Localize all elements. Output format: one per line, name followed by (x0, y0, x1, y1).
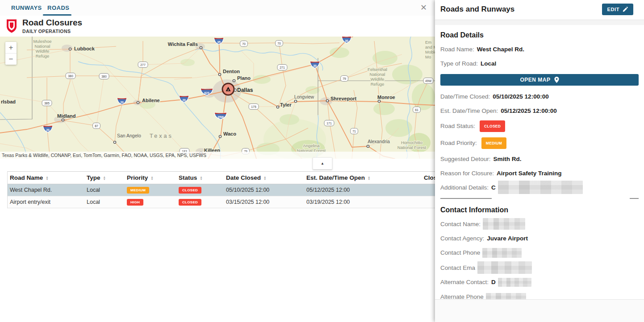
map-city-dot (378, 100, 380, 102)
field-value: West Chapel Rd. (477, 46, 524, 53)
sort-icon[interactable]: ▲▼ (103, 176, 106, 180)
map-area-label: National Forest (397, 145, 427, 150)
us-route-shield: 385 (42, 100, 52, 106)
field-label: Contact Name: (440, 221, 481, 227)
map-area-label: National (370, 72, 385, 77)
sort-icon[interactable]: ▲▼ (200, 176, 202, 180)
table-cell: West Chapel Rd. (8, 184, 84, 196)
table-cell: Local (84, 196, 125, 208)
map-city-dot (62, 119, 64, 121)
map-area-label: and M (425, 45, 435, 50)
field-label: Suggested Detour: (440, 156, 491, 162)
collapse-panel-button[interactable]: ▲ (313, 157, 332, 169)
column-header[interactable]: Priority▲▼ (125, 172, 176, 184)
panel-footer (435, 299, 644, 322)
map-city-dot (233, 79, 235, 82)
interstate-shield: 20 (117, 98, 126, 105)
tab-runways[interactable]: RUNWAYS (11, 0, 42, 16)
interstate-shield: 35W (215, 113, 226, 120)
status-badge: CLOSED (179, 187, 201, 194)
svg-text:79: 79 (343, 77, 346, 80)
us-route-shield: 49W (423, 78, 433, 84)
field-label: Contact Ema (440, 264, 475, 271)
field-value: D (491, 279, 496, 285)
column-header[interactable]: Closu▲▼ (422, 172, 435, 184)
sort-icon[interactable]: ▲▼ (368, 176, 370, 180)
field-label: Contact Agency: (440, 235, 484, 242)
svg-text:35: 35 (217, 41, 221, 44)
map-city-label: Shreveport (330, 96, 356, 101)
map-area-label: Moble (425, 50, 435, 54)
table-row[interactable]: West Chapel Rd.LocalMEDIUMCLOSED05/10/20… (8, 184, 435, 196)
road-details-heading: Road Details (440, 31, 639, 39)
sort-icon[interactable]: ▲▼ (263, 176, 266, 180)
field-label: Type of Road: (440, 60, 478, 67)
zoom-in-button[interactable]: + (5, 42, 17, 54)
field-label: Est. Date/Time Open: (440, 107, 498, 114)
table-cell: Airport entry/exit (8, 196, 84, 208)
map-city-dot (69, 48, 71, 50)
table-cell: 03/15/2025 12:00 (224, 196, 304, 208)
map-city-label: Lubbock (74, 46, 95, 51)
us-route-shield: 79 (341, 76, 348, 82)
section-divider (440, 198, 639, 199)
map-city-label: Wichita Falls (168, 41, 198, 47)
sort-icon[interactable]: ▲▼ (46, 176, 48, 180)
detail-field: Suggested Detour:Smith Rd. (440, 154, 639, 163)
tab-roads[interactable]: ROADS (47, 0, 69, 16)
map-canvas[interactable]: 35202020303082035W3803802773858770702711… (0, 37, 435, 159)
svg-text:30: 30 (313, 64, 317, 67)
detail-field: Contact Ema (440, 263, 639, 272)
us-route-shield: 380 (66, 73, 75, 79)
column-header[interactable]: Type▲▼ (84, 172, 125, 184)
zoom-out-button[interactable]: − (5, 54, 17, 65)
app-window: RUNWAYS ROADS ✕ Road Closures DAILY OPER… (0, 0, 644, 322)
us-route-shield: 277 (138, 62, 148, 68)
detail-field: Additional Details:C (440, 183, 639, 192)
svg-text:20: 20 (46, 128, 50, 132)
table-cell (422, 184, 435, 196)
svg-text:277: 277 (140, 63, 146, 66)
close-icon[interactable]: ✕ (420, 2, 427, 13)
juvare-shield-logo (6, 19, 17, 33)
main-area: RUNWAYS ROADS ✕ Road Closures DAILY OPER… (0, 0, 435, 322)
status-badge: MEDIUM (127, 187, 149, 194)
column-header[interactable]: Road Name▲▼ (8, 172, 84, 184)
map-city-label: Alexandria (368, 139, 390, 144)
map-city-label: Plano (237, 75, 251, 81)
road-closures-table: Road Name▲▼Type▲▼Priority▲▼Status▲▼Date … (7, 171, 435, 208)
field-label: Alternate Phone (440, 293, 484, 300)
map-city-dot (200, 46, 202, 49)
table-row[interactable]: Airport entry/exitLocalHIGHCLOSED03/15/2… (8, 196, 435, 208)
status-badge: CLOSED (179, 199, 201, 206)
column-header[interactable]: Status▲▼ (176, 172, 224, 184)
us-route-shield: 70 (276, 41, 283, 46)
open-map-button[interactable]: OPEN MAP (440, 74, 639, 86)
redacted-value (483, 218, 525, 230)
map-area-label: Angelina (303, 143, 320, 148)
sort-icon[interactable]: ▲▼ (151, 176, 153, 180)
column-header[interactable]: Date Closed▲▼ (224, 172, 304, 184)
edit-button-label: EDIT (607, 7, 619, 12)
detail-field: Road Priority:MEDIUM (440, 137, 639, 149)
us-route-shield: 71 (351, 128, 358, 134)
us-route-shield: 171 (324, 120, 334, 126)
svg-text:380: 380 (101, 75, 107, 78)
map-city-label: San Angelo (117, 133, 141, 138)
detail-field: Contact Agency:Juvare Airport (440, 234, 639, 243)
badge-cell: HIGH (125, 196, 176, 208)
us-route-shield: 87 (93, 123, 100, 129)
field-label: Contact Phone (440, 249, 480, 256)
road-details-fields-bottom: Date/Time Closed:05/10/2025 12:00:00Est.… (440, 92, 639, 192)
field-value: 05/12/2025 12:00:00 (501, 107, 556, 114)
edit-button[interactable]: EDIT (602, 4, 633, 15)
svg-text:70: 70 (277, 42, 281, 45)
redacted-value (482, 248, 522, 258)
contact-fields: Contact Name:Contact Agency:Juvare Airpo… (440, 219, 639, 300)
map-area-label: Felsenthal (368, 67, 387, 72)
detail-field: Est. Date/Time Open:05/12/2025 12:00:00 (440, 106, 639, 115)
page-subtitle: DAILY OPERATIONS (22, 29, 71, 34)
svg-text:271: 271 (280, 66, 285, 69)
column-header[interactable]: Est. Date/Time Open▲▼ (304, 172, 422, 184)
table-body: West Chapel Rd.LocalMEDIUMCLOSED05/10/20… (8, 184, 435, 208)
